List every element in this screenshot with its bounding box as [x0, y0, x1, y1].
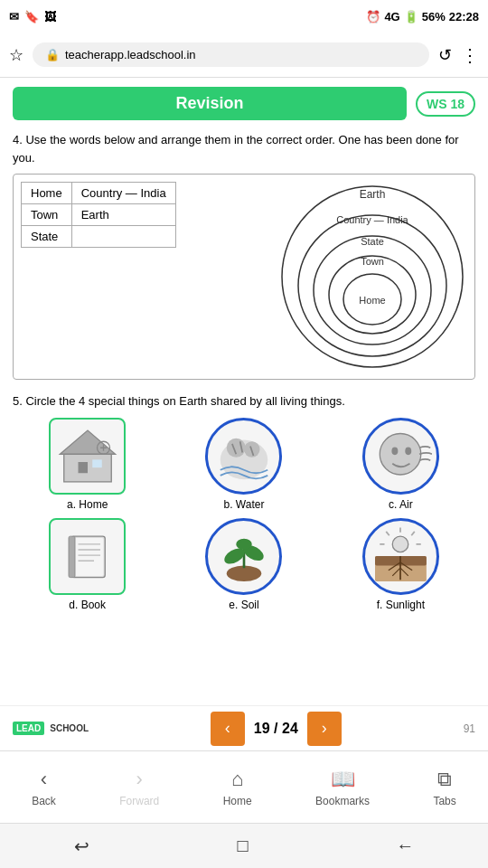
ws-badge: WS 18 [416, 91, 475, 117]
status-right: ⏰ 4G 🔋 56% 22:28 [366, 10, 479, 24]
page-number-right: 91 [464, 722, 475, 735]
table-row: Town Earth [22, 204, 176, 226]
star-icon[interactable]: ☆ [9, 45, 23, 65]
water-image-box [205, 418, 282, 495]
message-icon: ✉ [9, 10, 19, 24]
url-bar[interactable]: 🔒 teacherapp.leadschool.in [33, 42, 429, 67]
back-label: Back [32, 795, 56, 807]
table-cell [71, 226, 175, 248]
question-4-text: 4. Use the words below and arrange them … [13, 131, 475, 166]
circles-svg: Earth Country — India State Town Home [277, 182, 467, 372]
lock-icon: 🔒 [45, 48, 60, 61]
table-row: Home Country — India [22, 183, 176, 204]
school-text: SCHOOL [50, 723, 89, 733]
table-row: State [22, 226, 176, 248]
revision-label: Revision [13, 87, 407, 120]
q4-content: Home Country — India Town Earth State [21, 182, 467, 372]
question-5-text: 5. Circle the 4 special things on Earth … [13, 392, 475, 410]
page-footer: LEAD SCHOOL ‹ 19 / 24 › 91 [0, 705, 488, 750]
concentric-circles: Earth Country — India State Town Home [277, 182, 467, 372]
table-cell: Country — India [71, 183, 175, 204]
table-cell: Earth [71, 204, 175, 226]
svg-point-18 [227, 439, 246, 458]
svg-point-24 [392, 447, 399, 455]
svg-rect-12 [78, 462, 88, 473]
soil-image-box [205, 518, 282, 595]
soil-label: e. Soil [229, 599, 258, 611]
pagination-controls[interactable]: ‹ 19 / 24 › [211, 712, 342, 746]
air-label: c. Air [389, 498, 413, 511]
nav-back[interactable]: ‹ Back [32, 768, 56, 807]
bottom-nav: ‹ Back › Forward ⌂ Home 📖 Bookmarks ⧉ Ta… [0, 750, 488, 823]
back-icon: ‹ [41, 768, 47, 791]
svg-rect-13 [92, 459, 102, 467]
q4-number: 4. [13, 133, 23, 146]
prev-page-button[interactable]: ‹ [211, 712, 245, 746]
battery-percent: 56% [422, 10, 446, 24]
nav-forward[interactable]: › Forward [119, 768, 159, 807]
home-nav-label: Home [223, 795, 252, 807]
air-icon-svg [369, 424, 432, 487]
home-image-box [49, 418, 126, 495]
svg-text:Country — India: Country — India [336, 214, 408, 225]
refresh-icon[interactable]: ↺ [438, 45, 452, 65]
words-table: Home Country — India Town Earth State [21, 182, 176, 248]
bookmarks-label: Bookmarks [315, 795, 370, 807]
q5-instruction: Circle the 4 special things on Earth sha… [25, 394, 344, 408]
footer-left: LEAD SCHOOL [13, 722, 89, 735]
item-home: a. Home [13, 418, 162, 511]
system-home-icon[interactable]: □ [237, 835, 248, 856]
item-water: b. Water [169, 418, 318, 511]
tabs-icon: ⧉ [437, 768, 452, 791]
question-4: 4. Use the words below and arrange them … [13, 131, 475, 380]
forward-icon: › [136, 768, 143, 791]
water-label: b. Water [224, 498, 265, 511]
system-menu-icon[interactable]: ↩ [74, 835, 89, 857]
main-content: Revision WS 18 4. Use the words below an… [0, 78, 488, 750]
svg-point-37 [236, 539, 252, 550]
q4-box: Home Country — India Town Earth State [13, 174, 475, 380]
q5-number: 5. [13, 394, 23, 408]
lead-logo: LEAD [13, 722, 44, 735]
sunlight-label: f. Sunlight [377, 599, 425, 611]
item-air: c. Air [326, 418, 475, 511]
nav-home[interactable]: ⌂ Home [223, 768, 252, 807]
forward-label: Forward [119, 795, 159, 807]
nav-tabs[interactable]: ⧉ Tabs [433, 768, 455, 807]
home-label: a. Home [67, 498, 108, 511]
item-book: d. Book [13, 518, 162, 611]
status-left-icons: ✉ 🔖 🖼 [9, 10, 56, 24]
q4-instruction: Use the words below and arrange them in … [13, 133, 459, 165]
menu-icon[interactable]: ⋮ [461, 44, 479, 66]
svg-text:State: State [361, 236, 384, 247]
svg-point-23 [380, 434, 422, 476]
table-cell: Town [22, 204, 72, 226]
system-bottom-bar: ↩ □ ← [0, 823, 488, 868]
svg-point-4 [314, 236, 431, 344]
ws-header: Revision WS 18 [13, 87, 475, 120]
tabs-label: Tabs [433, 795, 455, 807]
sunlight-icon-svg [369, 524, 432, 588]
q5-grid: a. Home [13, 418, 475, 611]
svg-point-38 [393, 536, 409, 552]
svg-text:Earth: Earth [360, 188, 386, 201]
svg-rect-27 [73, 538, 103, 576]
system-back-icon[interactable]: ← [396, 835, 414, 856]
table-cell: State [22, 226, 72, 248]
image-icon: 🖼 [44, 10, 56, 24]
next-page-button[interactable]: › [307, 712, 342, 746]
nav-bookmarks[interactable]: 📖 Bookmarks [315, 768, 370, 807]
book-label: d. Book [69, 599, 106, 611]
book-image-box [49, 518, 126, 595]
question-5: 5. Circle the 4 special things on Earth … [13, 392, 475, 611]
svg-line-40 [412, 532, 416, 535]
bookmark-icon: 🔖 [24, 10, 39, 24]
svg-point-0 [282, 186, 463, 367]
water-icon-svg [212, 424, 276, 487]
air-image-box [362, 418, 439, 495]
soil-icon-svg [212, 524, 276, 588]
book-icon-svg [56, 524, 119, 588]
sunlight-image-box [362, 518, 439, 595]
svg-line-42 [387, 532, 390, 535]
url-text: teacherapp.leadschool.in [65, 48, 196, 61]
